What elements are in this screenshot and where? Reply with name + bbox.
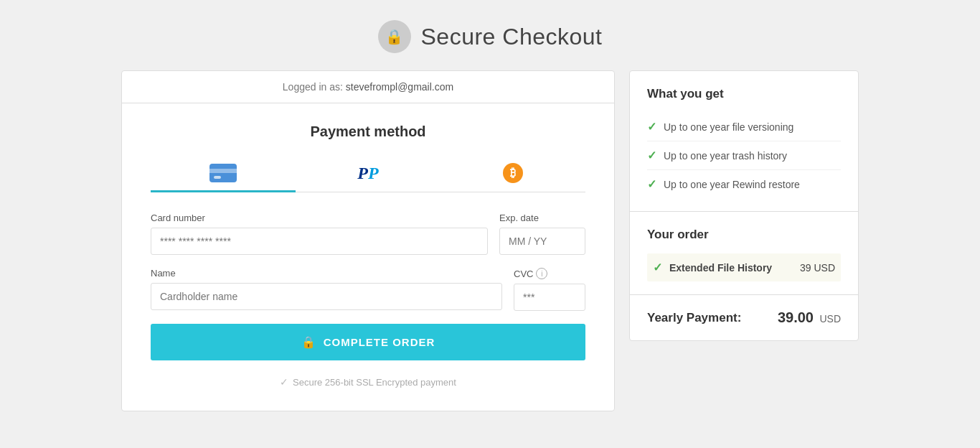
cvc-info-icon[interactable]: i: [536, 268, 547, 279]
your-order-section: Your order ✓ Extended File History 39 US…: [630, 212, 858, 295]
order-item-name: Extended File History: [669, 262, 772, 274]
exp-date-input[interactable]: [499, 228, 585, 255]
right-panel: What you get ✓ Up to one year file versi…: [629, 70, 859, 341]
cvc-input[interactable]: [514, 284, 585, 311]
name-cvc-row: Name CVC i: [151, 268, 585, 311]
feature-item-2: ✓ Up to one year trash history: [647, 141, 841, 170]
tab-bitcoin[interactable]: ₿: [440, 156, 585, 192]
yearly-payment-currency: USD: [819, 313, 841, 325]
order-item: ✓ Extended File History 39 USD: [647, 253, 841, 281]
order-check-icon: ✓: [653, 261, 662, 274]
feature-text-2: Up to one year trash history: [664, 150, 787, 162]
ssl-check-icon: ✓: [280, 376, 288, 388]
page-title: Secure Checkout: [421, 24, 603, 50]
yearly-payment-amount-group: 39.00 USD: [778, 309, 841, 326]
exp-date-label: Exp. date: [499, 213, 585, 223]
cvc-label: CVC i: [514, 268, 585, 279]
payment-section: Payment method PP ₿ Card number: [122, 103, 614, 411]
lock-icon: 🔒: [378, 20, 411, 53]
logged-in-prefix: Logged in as:: [283, 81, 343, 93]
feature-list: ✓ Up to one year file versioning ✓ Up to…: [647, 113, 841, 198]
cardholder-name-input[interactable]: [151, 283, 502, 310]
bitcoin-icon: ₿: [503, 163, 523, 183]
card-number-row: Card number Exp. date: [151, 213, 585, 255]
tab-card[interactable]: [151, 156, 296, 192]
name-group: Name: [151, 268, 502, 311]
logged-in-bar: Logged in as: stevefrompl@gmail.com: [122, 71, 614, 103]
yearly-payment-label: Yearly Payment:: [647, 311, 741, 325]
check-icon-3: ✓: [647, 177, 656, 191]
feature-item-3: ✓ Up to one year Rewind restore: [647, 170, 841, 198]
ssl-text: Secure 256-bit SSL Encrypted payment: [293, 377, 456, 388]
complete-order-label: COMPLETE ORDER: [324, 336, 435, 348]
card-number-input[interactable]: [151, 228, 488, 255]
card-icon: [209, 164, 237, 182]
yearly-payment-amount: 39.00: [778, 309, 814, 325]
paypal-icon: PP: [357, 164, 378, 183]
ssl-note: ✓ Secure 256-bit SSL Encrypted payment: [151, 376, 585, 388]
button-lock-icon: 🔒: [301, 335, 316, 349]
feature-text-1: Up to one year file versioning: [664, 121, 793, 133]
left-panel: Logged in as: stevefrompl@gmail.com Paym…: [121, 70, 615, 411]
card-number-group: Card number: [151, 213, 488, 255]
what-you-get-title: What you get: [647, 87, 841, 101]
expiry-group: Exp. date: [499, 213, 585, 255]
feature-text-3: Up to one year Rewind restore: [664, 179, 800, 190]
feature-item-1: ✓ Up to one year file versioning: [647, 113, 841, 141]
check-icon-2: ✓: [647, 149, 656, 162]
what-you-get-section: What you get ✓ Up to one year file versi…: [630, 71, 858, 212]
your-order-title: Your order: [647, 228, 841, 242]
tab-paypal[interactable]: PP: [296, 156, 440, 192]
logged-email: stevefrompl@gmail.com: [346, 81, 453, 93]
card-number-label: Card number: [151, 213, 488, 223]
check-icon-1: ✓: [647, 120, 656, 134]
cvc-group: CVC i: [514, 268, 585, 311]
payment-tabs: PP ₿: [151, 156, 585, 192]
name-label: Name: [151, 268, 502, 279]
order-item-price: 39 USD: [800, 262, 835, 274]
main-layout: Logged in as: stevefrompl@gmail.com Paym…: [110, 70, 870, 440]
order-item-left: ✓ Extended File History: [653, 261, 772, 274]
page-header: 🔒 Secure Checkout: [0, 0, 980, 70]
yearly-payment-section: Yearly Payment: 39.00 USD: [630, 295, 858, 340]
payment-title: Payment method: [151, 123, 585, 140]
complete-order-button[interactable]: 🔒 COMPLETE ORDER: [151, 324, 585, 360]
